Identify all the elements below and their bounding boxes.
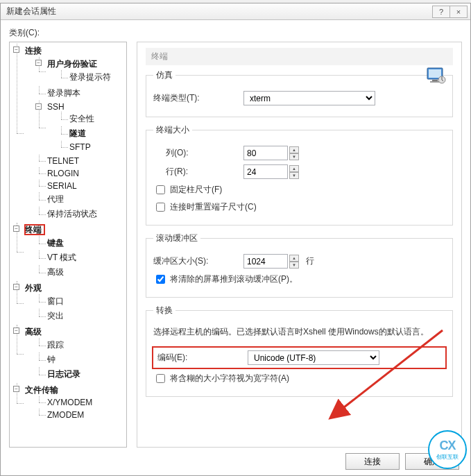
category-label: 类别(C): [9,27,462,39]
tree-item-auth[interactable]: − 用户身份验证 登录提示符 [35,57,126,86]
tree-item-proxy[interactable]: 代理 [35,192,126,207]
tree-item-tunnel[interactable]: 隧道 [57,126,126,141]
tree-item-logging[interactable]: 日志记录 [35,367,126,382]
cols-input[interactable] [243,146,288,160]
tree-item-highlight[interactable]: 突出 [35,309,126,323]
buffer-size-input[interactable] [243,254,288,269]
tree-item-keepalive[interactable]: 保持活动状态 [35,207,126,221]
tree-item-vt-mode[interactable]: VT 模式 [35,250,126,265]
rows-input[interactable] [243,164,288,179]
encoding-row: 编码(E): Unicode (UTF-8) [153,348,445,368]
tree-item-terminal[interactable]: − 终端 键盘 VT 模式 高级 [12,223,126,281]
ambiguous-wide-label: 将含糊的大小字符视为宽字符(A) [170,373,289,384]
fixed-cols-checkbox[interactable] [156,185,165,194]
buffer-size-label: 缓冲区大小(S): [153,255,243,267]
size-legend: 终端大小 [153,124,192,136]
tree-item-advanced[interactable]: 高级 [35,265,126,280]
tree-item-login-prompt[interactable]: 登录提示符 [57,70,126,85]
size-fieldset: 终端大小 列(O): ▲▼ 行(R): ▲▼ [146,124,453,226]
tree-item-zmodem[interactable]: ZMODEM [35,409,126,421]
conversion-legend: 转换 [153,305,175,316]
tree-item-advanced2[interactable]: − 高级 跟踪 钟 日志记录 [12,325,126,383]
tree-item-sftp[interactable]: SFTP [57,141,126,153]
titlebar-buttons: ? × [433,6,468,18]
encoding-select[interactable]: Unicode (UTF-8) [248,350,379,365]
tree-item-serial[interactable]: SERIAL [35,180,126,192]
svg-rect-2 [432,80,438,81]
term-type-label: 终端类型(T): [153,92,243,104]
reset-on-connect-checkbox[interactable] [156,203,165,212]
tree-item-xymodem[interactable]: X/YMODEM [35,396,126,409]
terminal-icon [427,67,446,84]
tree-item-trace[interactable]: 跟踪 [35,338,126,352]
collapse-icon[interactable]: − [13,46,19,53]
tree-item-login-script[interactable]: 登录脚本 [35,86,126,101]
help-button[interactable]: ? [432,6,450,18]
collapse-icon[interactable]: − [35,103,42,110]
scrollback-fieldset: 滚动缓冲区 缓冲区大小(S): ▲▼ 行 将清除的屏幕推到滚动缓冲区(P)。 [146,232,453,298]
tree-item-keyboard[interactable]: 键盘 [35,236,126,250]
titlebar: 新建会话属性 ? × [1,3,470,20]
emulation-legend: 仿真 [153,69,175,81]
term-type-select[interactable]: xterm [243,91,375,105]
scrollback-legend: 滚动缓冲区 [153,232,200,244]
svg-rect-3 [430,81,440,83]
reset-on-connect-label: 连接时重置端子尺寸(C) [170,201,257,213]
fixed-cols-label: 固定柱尺寸(F) [170,184,222,196]
main-row: − 连接 − 用户身份验证 登录提示符 登录脚本 [9,42,462,448]
cols-label: 列(O): [153,147,243,159]
svg-rect-1 [429,69,441,78]
collapse-icon[interactable]: − [35,60,42,66]
conversion-description: 选择远程主机的编码。已选择默认语言时Xshell 使用Windows的默认语言。 [153,326,445,338]
dialog-window: 新建会话属性 ? × 类别(C): − 连接 − [0,3,471,476]
panel-header: 终端 [146,48,453,65]
rows-label: 行(R): [153,166,243,178]
settings-panel: 终端 仿真 终端类型(T): xterm [137,42,462,448]
content-area: 类别(C): − 连接 − 用户身份验证 [1,20,470,475]
push-cleared-checkbox[interactable] [156,275,165,284]
close-button[interactable]: × [449,6,468,18]
buffer-size-spinner[interactable]: ▲▼ [289,255,299,269]
collapse-icon[interactable]: − [13,328,19,334]
tree-item-file-transfer[interactable]: − 文件传输 X/YMODEM ZMODEM [12,383,126,423]
conversion-fieldset: 转换 选择远程主机的编码。已选择默认语言时Xshell 使用Windows的默认… [146,305,453,397]
collapse-icon[interactable]: − [13,284,19,290]
tree-item-ssh[interactable]: − SSH 安全性 隧道 SFTP [35,101,126,155]
ambiguous-wide-checkbox[interactable] [156,374,165,383]
tree-item-telnet[interactable]: TELNET [35,155,126,167]
connect-button[interactable]: 连接 [345,453,400,470]
tree-item-rlogin[interactable]: RLOGIN [35,167,126,180]
collapse-icon[interactable]: − [13,386,19,392]
tree-item-window[interactable]: 窗口 [35,294,126,309]
watermark-logo: CX 创联互联 [428,430,467,469]
collapse-icon[interactable]: − [13,226,19,232]
emulation-fieldset: 仿真 终端类型(T): xterm [146,69,453,117]
tree-item-connection[interactable]: − 连接 − 用户身份验证 登录提示符 登录脚本 [12,44,126,223]
buffer-size-unit: 行 [306,255,314,267]
tree-item-bell[interactable]: 钟 [35,352,126,367]
window-title: 新建会话属性 [6,6,56,17]
tree-item-appearance[interactable]: − 外观 窗口 突出 [12,281,126,325]
push-cleared-label: 将清除的屏幕推到滚动缓冲区(P)。 [170,273,298,285]
rows-spinner[interactable]: ▲▼ [289,165,299,179]
cols-spinner[interactable]: ▲▼ [289,146,299,160]
dialog-footer: 连接 确定 [9,448,462,470]
encoding-label: 编码(E): [157,352,239,364]
tree-item-security[interactable]: 安全性 [57,112,126,126]
category-tree[interactable]: − 连接 − 用户身份验证 登录提示符 登录脚本 [9,42,127,448]
